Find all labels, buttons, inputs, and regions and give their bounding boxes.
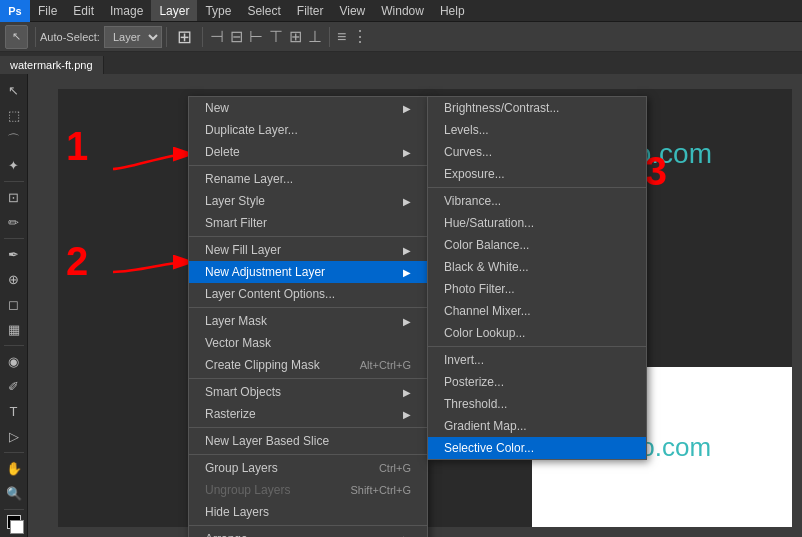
- menu-view[interactable]: View: [331, 0, 373, 21]
- submenu-vibrance[interactable]: Vibrance...: [428, 190, 646, 212]
- main-area: ↖ ⬚ ⌒ ✦ ⊡ ✏ ✒ ⊕ ◻ ▦ ◉ ✐ T ▷ ✋ 🔍 FT ferit: [0, 74, 802, 537]
- align-bottom-icon[interactable]: ⊥: [308, 27, 322, 46]
- menu-sep-7: [189, 525, 427, 526]
- app-brand: Ps: [0, 0, 30, 22]
- tool-path[interactable]: ▷: [2, 424, 26, 448]
- tool-wand[interactable]: ✦: [2, 153, 26, 177]
- submenu-channel-mixer[interactable]: Channel Mixer...: [428, 300, 646, 322]
- menu-arrange[interactable]: Arrange ▶: [189, 528, 427, 537]
- tool-marquee[interactable]: ⬚: [2, 103, 26, 127]
- menu-sep-4: [189, 378, 427, 379]
- menu-type[interactable]: Type: [197, 0, 239, 21]
- auto-select-label: Auto-Select:: [40, 31, 100, 43]
- tool-brush[interactable]: ✒: [2, 242, 26, 266]
- submenu-photo-filter[interactable]: Photo Filter...: [428, 278, 646, 300]
- menu-smart-objects[interactable]: Smart Objects ▶: [189, 381, 427, 403]
- menu-new[interactable]: New ▶: [189, 97, 427, 119]
- submenu-color-balance[interactable]: Color Balance...: [428, 234, 646, 256]
- tool-move[interactable]: ↖: [2, 78, 26, 102]
- toolbar-sep-1: [35, 27, 36, 47]
- menu-new-layer-slice[interactable]: New Layer Based Slice: [189, 430, 427, 452]
- tool-gradient[interactable]: ▦: [2, 317, 26, 341]
- submenu-brightness-contrast[interactable]: Brightness/Contrast...: [428, 97, 646, 119]
- menu-rasterize-arrow: ▶: [403, 409, 411, 420]
- menu-file[interactable]: File: [30, 0, 65, 21]
- menu-layer-content-options[interactable]: Layer Content Options...: [189, 283, 427, 305]
- menu-select[interactable]: Select: [239, 0, 288, 21]
- menu-group-shortcut: Ctrl+G: [379, 462, 411, 474]
- menu-layer-style[interactable]: Layer Style ▶: [189, 190, 427, 212]
- menu-duplicate-layer[interactable]: Duplicate Layer...: [189, 119, 427, 141]
- tool-sep-4: [4, 452, 24, 453]
- menu-smart-filter[interactable]: Smart Filter: [189, 212, 427, 234]
- distrib-h-icon[interactable]: ≡: [337, 28, 346, 46]
- menu-rasterize[interactable]: Rasterize ▶: [189, 403, 427, 425]
- tool-eraser[interactable]: ◻: [2, 292, 26, 316]
- menu-new-adjustment-layer[interactable]: New Adjustment Layer ▶: [189, 261, 427, 283]
- tool-pen[interactable]: ✐: [2, 374, 26, 398]
- menu-rename-layer[interactable]: Rename Layer...: [189, 168, 427, 190]
- menu-window[interactable]: Window: [373, 0, 432, 21]
- submenu-gradient-map[interactable]: Gradient Map...: [428, 415, 646, 437]
- menu-new-fill-layer[interactable]: New Fill Layer ▶: [189, 239, 427, 261]
- tool-clone[interactable]: ⊕: [2, 267, 26, 291]
- menu-image[interactable]: Image: [102, 0, 151, 21]
- fg-bg-colors[interactable]: [2, 513, 26, 535]
- menu-delete-arrow: ▶: [403, 147, 411, 158]
- adjustment-submenu: Brightness/Contrast... Levels... Curves.…: [427, 96, 647, 460]
- tool-sep-2: [4, 238, 24, 239]
- submenu-exposure[interactable]: Exposure...: [428, 163, 646, 185]
- submenu-threshold[interactable]: Threshold...: [428, 393, 646, 415]
- menu-layer-mask[interactable]: Layer Mask ▶: [189, 310, 427, 332]
- annotation-2: 2: [66, 239, 88, 284]
- menu-delete[interactable]: Delete ▶: [189, 141, 427, 163]
- align-right-icon[interactable]: ⊢: [249, 27, 263, 46]
- tool-lasso[interactable]: ⌒: [2, 128, 26, 152]
- tool-sep-3: [4, 345, 24, 346]
- auto-select-dropdown[interactable]: Layer: [104, 26, 162, 48]
- menu-help[interactable]: Help: [432, 0, 473, 21]
- tool-type[interactable]: T: [2, 399, 26, 423]
- submenu-levels[interactable]: Levels...: [428, 119, 646, 141]
- menu-edit[interactable]: Edit: [65, 0, 102, 21]
- submenu-hue-saturation[interactable]: Hue/Saturation...: [428, 212, 646, 234]
- tool-eyedropper[interactable]: ✏: [2, 210, 26, 234]
- move-tool-btn[interactable]: ↖: [5, 25, 28, 49]
- submenu-curves[interactable]: Curves...: [428, 141, 646, 163]
- left-toolbar: ↖ ⬚ ⌒ ✦ ⊡ ✏ ✒ ⊕ ◻ ▦ ◉ ✐ T ▷ ✋ 🔍: [0, 74, 28, 537]
- submenu-color-lookup[interactable]: Color Lookup...: [428, 322, 646, 344]
- menu-layer-style-arrow: ▶: [403, 196, 411, 207]
- align-center-v-icon[interactable]: ⊞: [289, 27, 302, 46]
- tool-hand[interactable]: ✋: [2, 456, 26, 480]
- menu-sep-2: [189, 236, 427, 237]
- menu-layer[interactable]: Layer: [151, 0, 197, 21]
- menu-sep-1: [189, 165, 427, 166]
- menu-group-layers[interactable]: Group Layers Ctrl+G: [189, 457, 427, 479]
- align-left-icon[interactable]: ⊣: [210, 27, 224, 46]
- annotation-1: 1: [66, 124, 88, 169]
- submenu-posterize[interactable]: Posterize...: [428, 371, 646, 393]
- tab-watermark[interactable]: watermark-ft.png: [0, 56, 104, 74]
- menubar-items: File Edit Image Layer Type Select Filter…: [30, 0, 473, 21]
- tool-blur[interactable]: ◉: [2, 349, 26, 373]
- submenu-selective-color[interactable]: Selective Color...: [428, 437, 646, 459]
- tool-sep-1: [4, 181, 24, 182]
- distrib-v-icon[interactable]: ⋮: [352, 27, 368, 46]
- tool-crop[interactable]: ⊡: [2, 185, 26, 209]
- align-top-icon[interactable]: ⊤: [269, 27, 283, 46]
- tool-zoom[interactable]: 🔍: [2, 481, 26, 505]
- menu-filter[interactable]: Filter: [289, 0, 332, 21]
- options-toolbar: ↖ Auto-Select: Layer ⊞ ⊣ ⊟ ⊢ ⊤ ⊞ ⊥ ≡ ⋮: [0, 22, 802, 52]
- menu-clipping-shortcut: Alt+Ctrl+G: [360, 359, 411, 371]
- align-center-h-icon[interactable]: ⊟: [230, 27, 243, 46]
- menu-vector-mask[interactable]: Vector Mask: [189, 332, 427, 354]
- menu-new-arrow: ▶: [403, 103, 411, 114]
- menu-create-clipping-mask[interactable]: Create Clipping Mask Alt+Ctrl+G: [189, 354, 427, 376]
- submenu-black-white[interactable]: Black & White...: [428, 256, 646, 278]
- menu-new-adj-arrow: ▶: [403, 267, 411, 278]
- toolbar-sep-2: [166, 27, 167, 47]
- menu-hide-layers[interactable]: Hide Layers: [189, 501, 427, 523]
- submenu-invert[interactable]: Invert...: [428, 349, 646, 371]
- menu-sep-5: [189, 427, 427, 428]
- submenu-sep-1: [428, 187, 646, 188]
